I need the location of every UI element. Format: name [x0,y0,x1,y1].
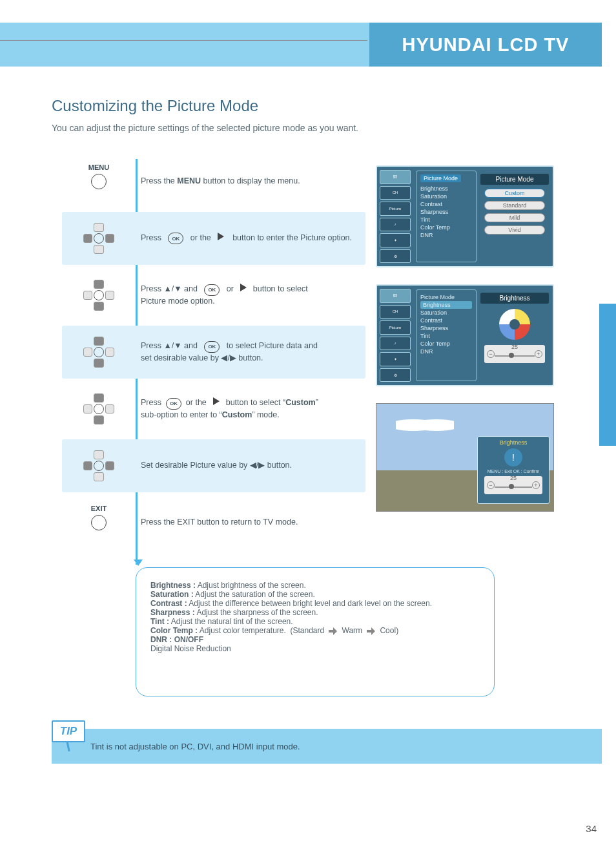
page-number: 34 [586,823,597,834]
osd-slider: 25 − + [484,476,542,494]
osd-brightness: 🖼 CH Picture ♪ ✦ ⚙ Picture Mode Brightne… [376,284,554,386]
desc-text: Digital Noise Reduction [150,644,231,653]
step-text: Press ▲/▼ and OK to select Picture data … [125,340,365,364]
osd-panel-title: Picture Mode [480,174,549,185]
arrow-right-icon [367,627,376,635]
tip-band: Tint is not adjustable on PC, DVI, and H… [52,729,602,764]
osd-tab: 🖼 [380,289,411,303]
desc-text: Adjust the sharpness of the screen. [196,608,318,617]
osd-tab: ♪ [380,337,411,351]
remote-menu-button: MENU [72,174,125,189]
osd-option: Mild [484,213,545,222]
overlay-title: Brightness [480,439,546,446]
desc-heading: Tint : [150,617,169,626]
section-title: Customizing the Picture Mode [52,97,258,115]
osd-list-item: Sharpness [420,208,472,216]
dpad-icon [72,281,125,309]
osd-panel-title: Brightness [480,293,549,304]
desc-heading: Color Temp : [150,626,198,635]
play-icon [240,284,247,291]
play-icon [218,233,224,240]
clouds-graphic [396,415,454,435]
dpad-icon [72,224,125,253]
osd-tab: 🖼 [380,170,411,184]
step-row: Press OK or the button to select “Custom… [62,382,365,435]
brand-title-box: HYUNDAI LCD TV [369,23,602,67]
step-text: Press the EXIT button to return to TV mo… [125,517,365,528]
osd-tab: ⚙ [380,249,411,264]
ok-button-icon: OK [204,341,220,353]
overlay-hint: MENU : Exit OK : Confirm [480,469,546,474]
step-row: Press ▲/▼ and OK to select Picture data … [62,326,365,379]
exit-label: EXIT [72,505,125,512]
osd-tab: CH [380,305,411,319]
osd-tab: ♪ [380,218,411,232]
plus-icon: + [535,350,542,358]
step-text: Press ▲/▼ and OK or button to selectPict… [125,284,365,307]
minus-icon: − [487,350,495,358]
divider [0,40,367,41]
step-text: Press OK or the button to enter the Pict… [125,233,365,245]
desc-heading: DNR : ON/OFF [150,635,203,644]
osd-tab: ⚙ [380,368,411,382]
info-icon: ! [504,448,522,466]
plus-icon: + [532,481,540,489]
osd-tab: ✦ [380,352,411,366]
osd-list-item: Saturation [420,309,472,317]
brand-title: HYUNDAI LCD TV [402,34,570,56]
desc-heading: Saturation : [150,590,194,599]
desc-text: Adjust the natural tint of the screen. [171,617,293,626]
osd-list-item: Tint [420,332,472,340]
tip-text: Tint is not adjustable on PC, DVI, and H… [90,742,300,751]
osd-overlay-popup: Brightness ! MENU : Exit OK : Confirm 25… [477,436,549,504]
desc-heading: Sharpness : [150,608,195,617]
osd-tab: Picture [380,320,411,335]
osd-option: Custom [484,189,545,198]
page-side-tab [599,304,616,446]
desc-text: Adjust the saturation of the screen. [195,590,314,599]
osd-tab: ✦ [380,233,411,247]
osd-right-panel: Picture Mode Custom Standard Mild Vivid [480,171,549,262]
arrow-right-icon [329,627,338,635]
step-row: Set desirable Picture value by ◀/▶ butto… [62,439,365,492]
osd-slider: 25 − + [484,345,545,363]
ok-button-icon: OK [168,233,183,244]
osd-list-item: Sharpness [420,324,472,332]
minus-icon: − [487,481,495,489]
desc-heading: Brightness : [150,581,196,590]
ok-button-icon: OK [204,284,220,296]
step-exit: EXIT Press the EXIT button to return to … [62,496,365,549]
description-box: Brightness : Adjust brightness of the sc… [136,567,495,696]
desc-heading: Contrast : [150,599,187,608]
step-text: Press the MENU button to display the men… [125,176,365,187]
osd-list-item: Brightness [420,185,472,193]
osd-picture-mode: 🖼 CH Picture ♪ ✦ ⚙ Picture Mode Brightne… [376,165,554,267]
section-subtitle: You can adjust the picture settings of t… [52,123,358,133]
ok-button-icon: OK [166,398,181,410]
osd-left-tabs: 🖼 CH Picture ♪ ✦ ⚙ [377,286,413,385]
tv-preview: Brightness ! MENU : Exit OK : Confirm 25… [376,403,554,512]
step-text: Set desirable Picture value by ◀/▶ butto… [125,460,365,472]
step-menu: MENU Press the MENU button to display th… [62,155,365,208]
dpad-icon [72,452,125,480]
osd-mid-list: Picture Mode Brightness Saturation Contr… [416,171,477,262]
osd-list-item: Color Temp [420,224,472,231]
step-row: Press ▲/▼ and OK or button to selectPict… [62,269,365,322]
tip-badge-label: TIP [60,725,77,738]
remote-exit-button: EXIT [72,515,125,530]
dpad-icon [72,395,125,423]
osd-option: Vivid [484,225,545,235]
desc-text: Adjust brightness of the screen. [198,581,306,590]
step-row: Press OK or the button to enter the Pict… [62,212,365,265]
slider-value: 25 [484,344,545,350]
play-icon [213,397,220,405]
osd-list-item: DNR [420,348,472,355]
circle-button-icon [91,515,107,530]
osd-list-title: Picture Mode [420,174,461,182]
osd-right-panel: Brightness 25 − + [480,289,549,381]
osd-list-item: Color Temp [420,340,472,348]
circle-button-icon [91,174,107,189]
color-dial-icon [499,309,530,340]
osd-list-item: Picture Mode [420,293,472,301]
osd-screenshots: 🖼 CH Picture ♪ ✦ ⚙ Picture Mode Brightne… [376,165,557,512]
